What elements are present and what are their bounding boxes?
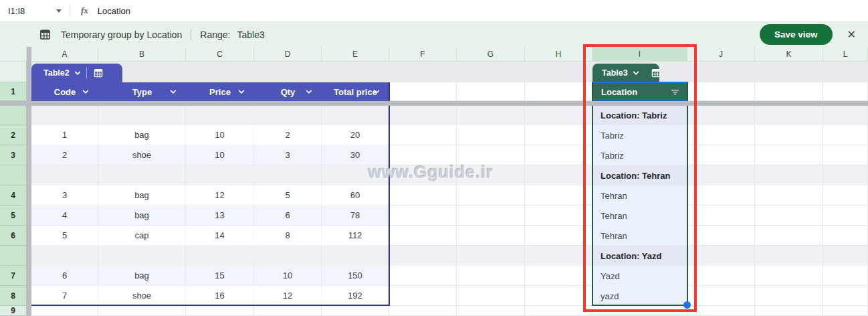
row-header-6[interactable]: 6 [0, 226, 27, 246]
table2-cell[interactable]: bag [98, 206, 186, 226]
table3-group-header[interactable]: Location: Tabriz [592, 106, 687, 125]
cell-L5[interactable] [823, 206, 868, 226]
grid-gap-cell[interactable] [457, 246, 525, 266]
column-header-I[interactable]: I [592, 47, 687, 62]
cell-F7[interactable] [389, 266, 457, 286]
cell-K5[interactable] [755, 206, 823, 226]
table3-cell[interactable]: yazd [592, 286, 687, 306]
grid-gap-cell[interactable] [31, 165, 98, 185]
column-header-B[interactable]: B [98, 47, 186, 62]
cell-D9[interactable] [254, 306, 322, 316]
cell-G1[interactable] [457, 82, 525, 101]
table2-cell[interactable]: bag [98, 185, 186, 206]
table2-column-header-type[interactable]: Type [98, 82, 186, 101]
table2-column-header-total-price[interactable]: Total price [322, 82, 389, 101]
table2-cell[interactable]: 2 [31, 145, 98, 165]
row-header-4[interactable]: 4 [0, 185, 27, 206]
table2-cell[interactable]: 8 [254, 226, 322, 246]
table2-cell[interactable]: 5 [254, 185, 322, 206]
name-box[interactable]: I1:I8 [0, 0, 66, 21]
filter-icon[interactable] [670, 87, 680, 97]
row-header-1[interactable]: 1 [0, 82, 27, 101]
table2-table-icon[interactable] [93, 68, 104, 78]
cell-G6[interactable] [457, 226, 525, 246]
cell-H4[interactable] [525, 185, 592, 206]
grid-gap-cell[interactable] [389, 246, 457, 266]
table3-cell[interactable]: Tabriz [592, 125, 687, 145]
cell-J2[interactable] [687, 125, 755, 145]
cell-F6[interactable] [389, 226, 457, 246]
cell-I9[interactable] [592, 306, 687, 316]
cell-K1[interactable] [755, 82, 823, 101]
cell-J6[interactable] [687, 226, 755, 246]
cell-J4[interactable] [687, 185, 755, 206]
cell-H3[interactable] [525, 145, 592, 165]
cell-L3[interactable] [823, 145, 868, 165]
table2-cell[interactable]: 13 [186, 206, 254, 226]
cell-L7[interactable] [823, 266, 868, 286]
table2-cell[interactable]: 112 [322, 226, 389, 246]
table2-cell[interactable]: 10 [254, 266, 322, 286]
grid-gap-cell[interactable] [687, 106, 755, 125]
row-header-2[interactable]: 2 [0, 125, 27, 145]
grid-gap-cell[interactable] [254, 106, 322, 125]
cell-K7[interactable] [755, 266, 823, 286]
table3-cell[interactable]: Tehran [592, 185, 687, 206]
frozen-row-divider[interactable] [0, 101, 868, 106]
cell-F4[interactable] [389, 185, 457, 206]
table2-cell[interactable]: 12 [254, 286, 322, 306]
cell-L2[interactable] [823, 125, 868, 145]
row-header-8[interactable]: 8 [0, 286, 27, 306]
grid-gap-cell[interactable] [457, 106, 525, 125]
table2-cell[interactable]: 14 [186, 226, 254, 246]
selection-fill-handle[interactable] [683, 301, 691, 309]
cell-G4[interactable] [457, 185, 525, 206]
cell-K2[interactable] [755, 125, 823, 145]
cell-G5[interactable] [457, 206, 525, 226]
cell-H5[interactable] [525, 206, 592, 226]
table2-cell[interactable]: 12 [186, 185, 254, 206]
table2-cell[interactable]: 10 [186, 125, 254, 145]
table3-cell[interactable]: Tehran [592, 226, 687, 246]
row-header-7[interactable]: 7 [0, 266, 27, 286]
cell-J7[interactable] [687, 266, 755, 286]
table3-tab[interactable]: Table3 [592, 64, 659, 82]
cell-K8[interactable] [755, 286, 823, 306]
table2-cell[interactable]: 6 [254, 206, 322, 226]
table2-cell[interactable]: 78 [322, 206, 389, 226]
table2-cell[interactable]: 5 [31, 226, 98, 246]
row-header-3[interactable]: 3 [0, 145, 27, 165]
cell-L4[interactable] [823, 185, 868, 206]
column-dropdown-chevron-icon[interactable] [169, 88, 177, 96]
grid-gap-cell[interactable] [186, 165, 254, 185]
cell-H9[interactable] [525, 306, 592, 316]
grid-gap-cell[interactable] [98, 106, 186, 125]
cell-K9[interactable] [755, 306, 823, 316]
grid-gap-cell[interactable] [525, 165, 592, 185]
table2-cell[interactable]: 3 [254, 145, 322, 165]
table3-cell[interactable]: Tehran [592, 206, 687, 226]
column-dropdown-chevron-icon[interactable] [82, 88, 90, 96]
cell-L8[interactable] [823, 286, 868, 306]
cell-G8[interactable] [457, 286, 525, 306]
cell-K6[interactable] [755, 226, 823, 246]
table2-column-header-price[interactable]: Price [186, 82, 254, 101]
cell-J1[interactable] [687, 82, 755, 101]
cell-L6[interactable] [823, 226, 868, 246]
column-header-E[interactable]: E [322, 47, 389, 62]
close-icon[interactable]: ✕ [847, 29, 856, 40]
cell-J3[interactable] [687, 145, 755, 165]
grid-gap-cell[interactable] [755, 165, 823, 185]
cell-L9[interactable] [823, 306, 868, 316]
table2-cell[interactable]: cap [98, 226, 186, 246]
table3-group-header[interactable]: Location: Yazd [592, 246, 687, 266]
row-header-blank[interactable] [0, 62, 27, 82]
cell-F9[interactable] [389, 306, 457, 316]
column-header-A[interactable]: A [31, 47, 98, 62]
cell-H8[interactable] [525, 286, 592, 306]
column-dropdown-chevron-icon[interactable] [372, 88, 381, 96]
cell-A9[interactable] [31, 306, 98, 316]
grid-gap-cell[interactable] [525, 106, 592, 125]
grid-gap-cell[interactable] [823, 165, 868, 185]
row-header-blank[interactable] [0, 165, 27, 185]
